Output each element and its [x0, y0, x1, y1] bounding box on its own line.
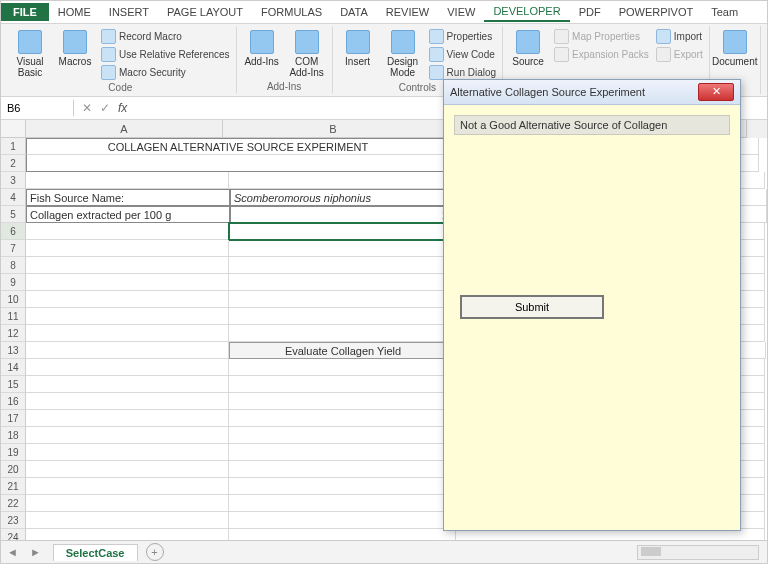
cell[interactable] — [229, 172, 456, 189]
row-18-header[interactable]: 18 — [1, 427, 26, 444]
addins-button[interactable]: Add-Ins — [241, 28, 283, 69]
document-button[interactable]: Document — [714, 28, 756, 69]
cell[interactable] — [229, 376, 456, 393]
cell[interactable] — [229, 495, 456, 512]
horizontal-scrollbar[interactable] — [637, 545, 759, 560]
active-cell-b6[interactable] — [229, 223, 456, 240]
row-13-header[interactable]: 13 — [1, 342, 26, 359]
new-sheet-button[interactable]: + — [146, 543, 164, 561]
cell[interactable] — [26, 359, 229, 376]
expansion-packs-button[interactable]: Expansion Packs — [552, 46, 651, 63]
cell[interactable] — [26, 172, 229, 189]
com-addins-button[interactable]: COM Add-Ins — [286, 28, 328, 80]
col-a-header[interactable]: A — [26, 120, 223, 138]
tab-home[interactable]: HOME — [49, 3, 100, 21]
relative-refs-button[interactable]: Use Relative References — [99, 46, 232, 63]
cell[interactable] — [229, 512, 456, 529]
cell[interactable] — [229, 308, 456, 325]
cell[interactable] — [26, 325, 229, 342]
source-button[interactable]: Source — [507, 28, 549, 69]
cancel-icon[interactable]: ✕ — [82, 101, 92, 115]
row-16-header[interactable]: 16 — [1, 393, 26, 410]
cell[interactable] — [229, 478, 456, 495]
tab-data[interactable]: DATA — [331, 3, 377, 21]
cell[interactable] — [229, 291, 456, 308]
cell[interactable] — [26, 478, 229, 495]
view-code-button[interactable]: View Code — [427, 46, 498, 63]
cell[interactable] — [229, 274, 456, 291]
row-2-header[interactable]: 2 — [1, 155, 26, 172]
submit-button[interactable]: Submit — [460, 295, 604, 319]
row-17-header[interactable]: 17 — [1, 410, 26, 427]
tab-pdf[interactable]: PDF — [570, 3, 610, 21]
cell[interactable] — [26, 291, 229, 308]
visual-basic-button[interactable]: Visual Basic — [9, 28, 51, 80]
row-12-header[interactable]: 12 — [1, 325, 26, 342]
collagen-label[interactable]: Collagen extracted per 100 g — [26, 206, 230, 223]
cell[interactable] — [26, 529, 229, 540]
row-11-header[interactable]: 11 — [1, 308, 26, 325]
cell[interactable] — [26, 495, 229, 512]
export-button[interactable]: Export — [654, 46, 705, 63]
design-mode-button[interactable]: Design Mode — [382, 28, 424, 80]
tab-team[interactable]: Team — [702, 3, 747, 21]
cell[interactable] — [26, 376, 229, 393]
sheet-tab-selectcase[interactable]: SelectCase — [53, 544, 138, 561]
cell[interactable] — [229, 325, 456, 342]
row-21-header[interactable]: 21 — [1, 478, 26, 495]
row-20-header[interactable]: 20 — [1, 461, 26, 478]
sheet-nav-prev[interactable]: ◄ — [1, 546, 24, 558]
title-cell[interactable]: COLLAGEN ALTERNATIVE SOURCE EXPERIMENT — [26, 138, 450, 155]
cell[interactable] — [229, 529, 456, 540]
sheet-nav-next[interactable]: ► — [24, 546, 47, 558]
col-b-header[interactable]: B — [223, 120, 444, 138]
cell[interactable] — [229, 359, 456, 376]
cell[interactable] — [229, 427, 456, 444]
row-5-header[interactable]: 5 — [1, 206, 26, 223]
row-23-header[interactable]: 23 — [1, 512, 26, 529]
cell[interactable] — [229, 257, 456, 274]
row-22-header[interactable]: 22 — [1, 495, 26, 512]
cell[interactable] — [229, 444, 456, 461]
cell[interactable] — [26, 461, 229, 478]
row-14-header[interactable]: 14 — [1, 359, 26, 376]
fish-name-label[interactable]: Fish Source Name: — [26, 189, 230, 206]
row-1-header[interactable]: 1 — [1, 138, 26, 155]
tab-powerpivot[interactable]: POWERPIVOT — [610, 3, 703, 21]
cell[interactable] — [229, 393, 456, 410]
name-box[interactable]: B6 — [1, 100, 74, 116]
collagen-value[interactable]: 15 — [230, 206, 458, 223]
record-macro-button[interactable]: Record Macro — [99, 28, 232, 45]
fish-name-value[interactable]: Scomberomorous niphonius — [230, 189, 458, 206]
tab-pagelayout[interactable]: PAGE LAYOUT — [158, 3, 252, 21]
evaluate-button[interactable]: Evaluate Collagen Yield — [229, 342, 457, 359]
row-8-header[interactable]: 8 — [1, 257, 26, 274]
row-15-header[interactable]: 15 — [1, 376, 26, 393]
cell[interactable] — [26, 257, 229, 274]
cell[interactable] — [26, 444, 229, 461]
properties-button[interactable]: Properties — [427, 28, 498, 45]
tab-file[interactable]: FILE — [1, 3, 49, 21]
tab-view[interactable]: VIEW — [438, 3, 484, 21]
row-3-header[interactable]: 3 — [1, 172, 26, 189]
row-10-header[interactable]: 10 — [1, 291, 26, 308]
cell[interactable] — [26, 342, 229, 359]
macros-button[interactable]: Macros — [54, 28, 96, 69]
dialog-titlebar[interactable]: Alternative Collagen Source Experiment ✕ — [444, 80, 740, 105]
cell[interactable] — [26, 308, 229, 325]
row-7-header[interactable]: 7 — [1, 240, 26, 257]
cell[interactable] — [26, 393, 229, 410]
row-4-header[interactable]: 4 — [1, 189, 26, 206]
row-6-header[interactable]: 6 — [1, 223, 26, 240]
import-button[interactable]: Import — [654, 28, 705, 45]
cell[interactable] — [26, 240, 229, 257]
select-all-corner[interactable] — [1, 120, 26, 138]
cell[interactable] — [26, 512, 229, 529]
cell[interactable] — [229, 461, 456, 478]
cell[interactable] — [26, 410, 229, 427]
insert-control-button[interactable]: Insert — [337, 28, 379, 69]
tab-developer[interactable]: DEVELOPER — [484, 2, 569, 22]
tab-insert[interactable]: INSERT — [100, 3, 158, 21]
tab-formulas[interactable]: FORMULAS — [252, 3, 331, 21]
row-19-header[interactable]: 19 — [1, 444, 26, 461]
